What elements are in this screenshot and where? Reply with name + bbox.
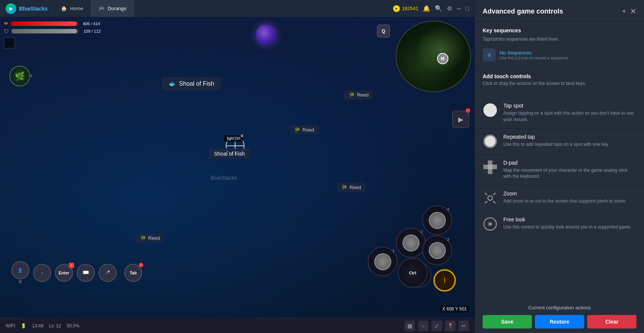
skill-button-ctrl[interactable]: Ctrl [398,258,428,288]
skill-button-3[interactable]: 3 [422,235,452,265]
bluestacks-logo-icon: ▶ [6,3,16,14]
notification-icon[interactable]: 🔔 [423,5,430,12]
map-marker-label: M [441,56,445,61]
tap-spot-desc: Assign tapping on a spot with this actio… [503,110,636,123]
mic-button[interactable]: 🎤 [99,264,117,282]
app-name: BlueStacks [19,6,47,12]
reed-label-3: 🎋 Reed [337,183,366,192]
enter-button[interactable]: ● Enter [55,264,73,282]
minimize-icon[interactable]: ─ [457,5,461,12]
keyboard-button[interactable]: ⌨ [77,264,95,282]
tap-spot-icon [483,103,498,118]
free-look-desc: Use this control to quickly look around … [503,224,636,230]
repeated-tap-circle [483,135,497,148]
skill-button-4[interactable]: 4 [422,205,452,235]
home-toolbar-icon[interactable]: ○ [418,321,428,331]
tab-durango[interactable]: 🎮 Durango [91,0,134,17]
zoom-svg [483,191,497,205]
up-button-container: ↑ [33,264,51,282]
zoom-info: Zoom Add zoom in or out to the screen th… [503,191,636,204]
tab-badge: • [139,263,143,267]
panel-add-button[interactable]: + [622,7,626,16]
top-right-controls: ● 182541 🔔 🔍 ⚙ ─ □ [393,5,475,12]
touch-title: Add touch controls [483,73,636,79]
up-button[interactable]: ↑ [33,264,51,282]
sequence-list-icon: ≡ [488,52,491,59]
free-look-name: Free look [503,216,636,223]
key-sequences-desc: Tap/combo sequences are listed here. [475,36,644,45]
zoom-icon-container [483,191,498,206]
home-tab-label: Home [70,6,83,11]
dpad-desc: Map the movement of your character or th… [503,167,636,180]
free-look-info: Free look Use this control to quickly lo… [503,216,636,230]
search-icon[interactable]: 🔍 [435,5,442,12]
save-button[interactable]: Save [483,315,532,328]
restore-button[interactable]: Restore [535,315,584,328]
scissors-icon[interactable]: ✂ [459,321,469,331]
skill-icon-3 [429,242,446,259]
coin-amount: 182541 [402,6,418,11]
control-tap-spot[interactable]: Tap spot Assign tapping on a spot with t… [475,97,644,128]
clear-button[interactable]: Clear [587,315,636,328]
hud-icon-1: ⚔ [4,37,15,48]
skill-icon-2 [402,235,419,251]
top-bar: ▶ BlueStacks 🏠 Home 🎮 Durango ● 182541 🔔… [0,0,475,17]
reed-icon-3: 🎋 [341,185,347,190]
fish-icon: 🐟 [169,80,176,87]
tap-spot-circle [483,103,497,117]
touch-section: Add touch controls Click or drag the act… [475,68,644,97]
coin-display: ● 182541 [393,5,418,12]
character-portrait[interactable]: 🌿 [9,66,30,86]
no-sequences-text-block: No Sequences Use the [+] icon to record … [500,50,568,60]
location-icon[interactable]: 📍 [445,321,456,331]
hud: ❤ 406 / 414 🛡 109 / 112 ⚔ [4,21,101,48]
q-button[interactable]: Q [377,24,390,38]
portrait-arrow[interactable]: ‹ [30,71,32,79]
zoom-desc: Add zoom in or out to the screen that su… [503,198,636,204]
settings-icon[interactable]: ⚙ [447,5,452,12]
expand-icon[interactable]: ⤢ [431,321,442,331]
coin-icon: ● [393,5,400,12]
skill-button-2[interactable]: 2 [396,228,426,258]
record-button[interactable]: ▶ [452,111,469,128]
no-sequences-container: ≡ No Sequences Use the [+] icon to recor… [475,45,644,67]
reed-icon-4: 🎋 [140,235,146,241]
close-crosshair-button[interactable]: ✕ [240,133,244,139]
control-dpad[interactable]: D-pad Map the movement of your character… [475,154,644,185]
status-bar: WIFI 🔋 13:49 Lv. 12 50.5% ▦ ○ ⤢ 📍 ✂ [0,318,475,333]
skills-container: 4 2 3 1 Ctrl [354,205,452,292]
tap-spot-name: Tap spot [503,103,636,109]
map-marker: M [437,53,448,64]
bluestacks-watermark: BlueStacks [211,175,237,181]
skill-button-1[interactable]: 1 [368,247,398,277]
footer-buttons: Save Restore Clear [483,315,636,328]
control-zoom[interactable]: Zoom Add zoom in or out to the screen th… [475,185,644,211]
control-free-look[interactable]: Free look Use this control to quickly lo… [475,211,644,237]
r-key-label: R [19,280,21,284]
svg-line-0 [485,193,487,195]
stamina-bar-bg [11,29,79,33]
maximize-icon[interactable]: □ [465,5,469,12]
control-repeated-tap[interactable]: Repeated tap Use this to add repeated ta… [475,129,644,154]
skill-num-2: 2 [421,230,423,234]
home-tab-icon: 🏠 [61,6,67,11]
scroll-area[interactable]: Key sequences Tap/combo sequences are li… [475,22,644,300]
enter-badge: ● [69,263,74,268]
reed-label-4: 🎋 Reed [135,233,164,243]
skill-icon-4 [429,212,446,229]
tab-button[interactable]: • Tab [124,264,142,282]
r-button[interactable]: 👤 [11,261,29,279]
ctrl-label: Ctrl [409,271,416,275]
reed-icon-1: 🎋 [349,92,355,98]
divider-freelook [475,237,644,237]
grid-icon[interactable]: ▦ [404,321,415,331]
battery-icon: 🔋 [21,323,26,328]
time-display: 13:49 [32,323,43,328]
panel-close-button[interactable]: ✕ [630,7,636,16]
tab-home[interactable]: 🏠 Home [53,0,91,17]
hex-grid: 4 2 3 1 Ctrl [354,205,452,292]
r-button-container: 👤 R [11,261,29,284]
record-icon: ▶ [458,115,463,124]
svg-point-4 [488,196,492,200]
map-coords: X 608 Y 501 [440,306,469,312]
